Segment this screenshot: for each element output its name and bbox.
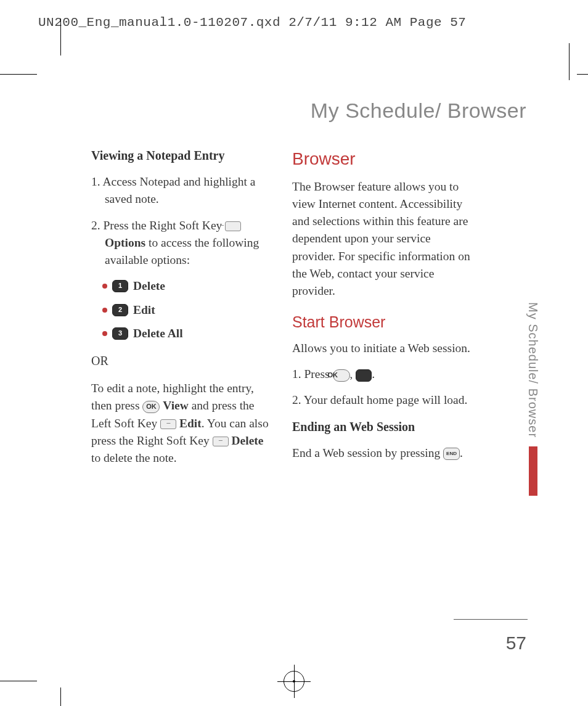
side-tab-text: My Schedule/ Browser — [526, 302, 540, 438]
sb-step1-a: 1. Press — [292, 367, 333, 380]
ok-key-icon: OK — [333, 369, 350, 382]
option-delete-all: 3 Delete All — [102, 325, 270, 342]
right-column: Browser The Browser feature allows you t… — [292, 147, 471, 475]
browser-intro: The Browser feature allows you to view I… — [292, 178, 471, 300]
ok-key-icon: OK — [142, 401, 160, 413]
heading-start-browser: Start Browser — [292, 311, 471, 333]
sb-step-2: 2. Your default home page will load. — [292, 392, 471, 409]
key-3-icon: 3 — [112, 327, 128, 340]
bullet-icon — [102, 284, 107, 289]
sb-step1-c: . — [372, 367, 375, 380]
edit-note-paragraph: To edit a note, highlight the entry, the… — [91, 380, 270, 467]
p2-delete: Delete — [231, 434, 263, 447]
heading-ending-session: Ending an Web Session — [292, 418, 471, 436]
right-soft-key-icon — [225, 221, 241, 231]
option-delete-all-label: Delete All — [133, 325, 183, 342]
side-tab: My Schedule/ Browser — [526, 302, 540, 496]
option-edit: 2 Edit — [102, 302, 270, 319]
step-1: 1. Access Notepad and highlight a saved … — [91, 173, 270, 208]
left-soft-key-icon — [160, 419, 176, 429]
end-a: End a Web session by pressing — [292, 446, 443, 459]
crop-mark — [60, 688, 61, 706]
page-number: 57 — [506, 633, 526, 654]
p2-view: View — [163, 399, 189, 412]
heading-viewing-notepad: Viewing a Notepad Entry — [91, 147, 270, 165]
crop-mark — [0, 74, 37, 75]
page-content: My Schedule/ Browser Viewing a Notepad E… — [60, 74, 570, 681]
proof-header: UN200_Eng_manual1.0-110207.qxd 2/7/11 9:… — [38, 15, 466, 30]
option-edit-label: Edit — [133, 302, 155, 319]
step-2-pre: 2. Press the Right Soft Key — [91, 219, 225, 232]
step-2-options: Options — [105, 236, 145, 249]
running-head: My Schedule/ Browser — [311, 99, 526, 123]
bullet-icon — [102, 331, 107, 336]
step-2: 2. Press the Right Soft Key Options to a… — [91, 217, 270, 269]
end-b: . — [460, 446, 463, 459]
footer-rule — [454, 619, 528, 620]
option-delete: 1 Delete — [102, 277, 270, 295]
key-1-icon: 1 — [112, 280, 128, 292]
option-delete-label: Delete — [133, 277, 165, 295]
sb-step-1: 1. Press OK, 7. — [292, 366, 471, 383]
bullet-icon — [102, 308, 107, 313]
right-soft-key-icon — [213, 437, 229, 446]
key-7-icon: 7 — [356, 369, 372, 382]
heading-browser: Browser — [292, 147, 471, 172]
start-browser-intro: Allows you to initiate a Web session. — [292, 340, 471, 357]
side-tab-bar — [529, 446, 537, 496]
key-2-icon: 2 — [112, 304, 128, 316]
crop-mark — [577, 74, 588, 75]
columns: Viewing a Notepad Entry 1. Access Notepa… — [91, 147, 471, 475]
crop-mark — [0, 681, 37, 681]
left-column: Viewing a Notepad Entry 1. Access Notepa… — [91, 147, 270, 475]
end-session-text: End a Web session by pressing END. — [292, 445, 471, 462]
end-key-icon: END — [443, 448, 460, 460]
or-text: OR — [91, 352, 270, 370]
crop-mark — [60, 18, 61, 55]
p2-edit: Edit — [179, 417, 202, 430]
p2-d: to delete the note. — [91, 451, 177, 464]
